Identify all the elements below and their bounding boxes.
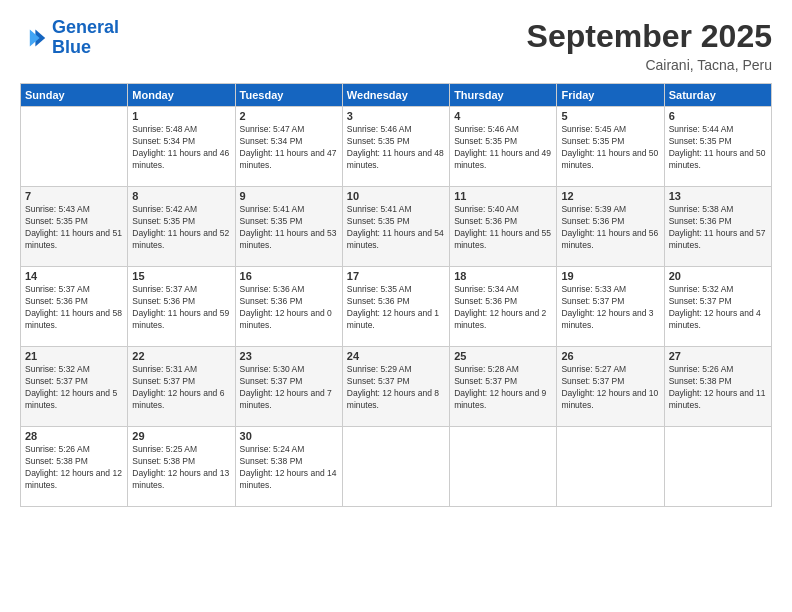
- sunset: Sunset: 5:36 PM: [347, 296, 445, 308]
- sunrise: Sunrise: 5:34 AM: [454, 284, 552, 296]
- daylight: Daylight: 12 hours and 11 minutes.: [669, 388, 767, 412]
- day-info: Sunrise: 5:25 AM Sunset: 5:38 PM Dayligh…: [132, 444, 230, 492]
- day-info: Sunrise: 5:38 AM Sunset: 5:36 PM Dayligh…: [669, 204, 767, 252]
- daylight: Daylight: 11 hours and 46 minutes.: [132, 148, 230, 172]
- calendar-cell: 14 Sunrise: 5:37 AM Sunset: 5:36 PM Dayl…: [21, 267, 128, 347]
- calendar-week-1: 7 Sunrise: 5:43 AM Sunset: 5:35 PM Dayli…: [21, 187, 772, 267]
- sunrise: Sunrise: 5:42 AM: [132, 204, 230, 216]
- day-number: 27: [669, 350, 767, 362]
- logo-line2: Blue: [52, 37, 91, 57]
- day-number: 18: [454, 270, 552, 282]
- sunset: Sunset: 5:36 PM: [132, 296, 230, 308]
- day-number: 5: [561, 110, 659, 122]
- calendar-cell: [557, 427, 664, 507]
- sunset: Sunset: 5:36 PM: [25, 296, 123, 308]
- calendar-header: Sunday Monday Tuesday Wednesday Thursday…: [21, 84, 772, 107]
- daylight: Daylight: 12 hours and 5 minutes.: [25, 388, 123, 412]
- title-block: September 2025 Cairani, Tacna, Peru: [527, 18, 772, 73]
- daylight: Daylight: 12 hours and 13 minutes.: [132, 468, 230, 492]
- calendar-cell: 5 Sunrise: 5:45 AM Sunset: 5:35 PM Dayli…: [557, 107, 664, 187]
- day-number: 16: [240, 270, 338, 282]
- sunset: Sunset: 5:35 PM: [561, 136, 659, 148]
- sunrise: Sunrise: 5:27 AM: [561, 364, 659, 376]
- sunset: Sunset: 5:34 PM: [132, 136, 230, 148]
- day-number: 17: [347, 270, 445, 282]
- sunrise: Sunrise: 5:37 AM: [132, 284, 230, 296]
- day-info: Sunrise: 5:27 AM Sunset: 5:37 PM Dayligh…: [561, 364, 659, 412]
- daylight: Daylight: 11 hours and 55 minutes.: [454, 228, 552, 252]
- header-row: Sunday Monday Tuesday Wednesday Thursday…: [21, 84, 772, 107]
- sunset: Sunset: 5:38 PM: [669, 376, 767, 388]
- daylight: Daylight: 12 hours and 2 minutes.: [454, 308, 552, 332]
- daylight: Daylight: 11 hours and 53 minutes.: [240, 228, 338, 252]
- day-info: Sunrise: 5:32 AM Sunset: 5:37 PM Dayligh…: [25, 364, 123, 412]
- header-saturday: Saturday: [664, 84, 771, 107]
- day-number: 8: [132, 190, 230, 202]
- day-info: Sunrise: 5:28 AM Sunset: 5:37 PM Dayligh…: [454, 364, 552, 412]
- sunset: Sunset: 5:37 PM: [454, 376, 552, 388]
- day-number: 14: [25, 270, 123, 282]
- day-info: Sunrise: 5:34 AM Sunset: 5:36 PM Dayligh…: [454, 284, 552, 332]
- header-thursday: Thursday: [450, 84, 557, 107]
- day-number: 21: [25, 350, 123, 362]
- header-wednesday: Wednesday: [342, 84, 449, 107]
- daylight: Daylight: 11 hours and 49 minutes.: [454, 148, 552, 172]
- daylight: Daylight: 11 hours and 59 minutes.: [132, 308, 230, 332]
- day-info: Sunrise: 5:26 AM Sunset: 5:38 PM Dayligh…: [25, 444, 123, 492]
- sunrise: Sunrise: 5:28 AM: [454, 364, 552, 376]
- calendar-cell: 16 Sunrise: 5:36 AM Sunset: 5:36 PM Dayl…: [235, 267, 342, 347]
- day-info: Sunrise: 5:46 AM Sunset: 5:35 PM Dayligh…: [454, 124, 552, 172]
- daylight: Daylight: 12 hours and 6 minutes.: [132, 388, 230, 412]
- sunrise: Sunrise: 5:36 AM: [240, 284, 338, 296]
- day-info: Sunrise: 5:41 AM Sunset: 5:35 PM Dayligh…: [347, 204, 445, 252]
- sunset: Sunset: 5:36 PM: [454, 216, 552, 228]
- day-info: Sunrise: 5:29 AM Sunset: 5:37 PM Dayligh…: [347, 364, 445, 412]
- calendar-cell: 12 Sunrise: 5:39 AM Sunset: 5:36 PM Dayl…: [557, 187, 664, 267]
- calendar-cell: 21 Sunrise: 5:32 AM Sunset: 5:37 PM Dayl…: [21, 347, 128, 427]
- daylight: Daylight: 11 hours and 50 minutes.: [669, 148, 767, 172]
- day-info: Sunrise: 5:47 AM Sunset: 5:34 PM Dayligh…: [240, 124, 338, 172]
- sunrise: Sunrise: 5:29 AM: [347, 364, 445, 376]
- day-number: 26: [561, 350, 659, 362]
- calendar-cell: 25 Sunrise: 5:28 AM Sunset: 5:37 PM Dayl…: [450, 347, 557, 427]
- daylight: Daylight: 12 hours and 12 minutes.: [25, 468, 123, 492]
- calendar-cell: 7 Sunrise: 5:43 AM Sunset: 5:35 PM Dayli…: [21, 187, 128, 267]
- calendar-cell: 26 Sunrise: 5:27 AM Sunset: 5:37 PM Dayl…: [557, 347, 664, 427]
- header-sunday: Sunday: [21, 84, 128, 107]
- day-number: 22: [132, 350, 230, 362]
- day-number: 25: [454, 350, 552, 362]
- calendar-week-4: 28 Sunrise: 5:26 AM Sunset: 5:38 PM Dayl…: [21, 427, 772, 507]
- sunrise: Sunrise: 5:35 AM: [347, 284, 445, 296]
- month-title: September 2025: [527, 18, 772, 55]
- sunrise: Sunrise: 5:37 AM: [25, 284, 123, 296]
- day-info: Sunrise: 5:42 AM Sunset: 5:35 PM Dayligh…: [132, 204, 230, 252]
- daylight: Daylight: 11 hours and 57 minutes.: [669, 228, 767, 252]
- day-number: 4: [454, 110, 552, 122]
- sunset: Sunset: 5:37 PM: [561, 376, 659, 388]
- calendar-cell: 3 Sunrise: 5:46 AM Sunset: 5:35 PM Dayli…: [342, 107, 449, 187]
- day-number: 28: [25, 430, 123, 442]
- sunrise: Sunrise: 5:38 AM: [669, 204, 767, 216]
- calendar-cell: [664, 427, 771, 507]
- sunset: Sunset: 5:37 PM: [669, 296, 767, 308]
- sunrise: Sunrise: 5:39 AM: [561, 204, 659, 216]
- sunrise: Sunrise: 5:25 AM: [132, 444, 230, 456]
- calendar-table: Sunday Monday Tuesday Wednesday Thursday…: [20, 83, 772, 507]
- daylight: Daylight: 12 hours and 0 minutes.: [240, 308, 338, 332]
- daylight: Daylight: 12 hours and 14 minutes.: [240, 468, 338, 492]
- calendar-cell: 27 Sunrise: 5:26 AM Sunset: 5:38 PM Dayl…: [664, 347, 771, 427]
- daylight: Daylight: 12 hours and 7 minutes.: [240, 388, 338, 412]
- calendar-body: 1 Sunrise: 5:48 AM Sunset: 5:34 PM Dayli…: [21, 107, 772, 507]
- logo-line1: General: [52, 17, 119, 37]
- day-info: Sunrise: 5:37 AM Sunset: 5:36 PM Dayligh…: [132, 284, 230, 332]
- sunset: Sunset: 5:37 PM: [240, 376, 338, 388]
- sunrise: Sunrise: 5:44 AM: [669, 124, 767, 136]
- day-info: Sunrise: 5:43 AM Sunset: 5:35 PM Dayligh…: [25, 204, 123, 252]
- sunrise: Sunrise: 5:24 AM: [240, 444, 338, 456]
- day-info: Sunrise: 5:24 AM Sunset: 5:38 PM Dayligh…: [240, 444, 338, 492]
- day-info: Sunrise: 5:41 AM Sunset: 5:35 PM Dayligh…: [240, 204, 338, 252]
- sunrise: Sunrise: 5:32 AM: [669, 284, 767, 296]
- day-info: Sunrise: 5:32 AM Sunset: 5:37 PM Dayligh…: [669, 284, 767, 332]
- day-number: 7: [25, 190, 123, 202]
- sunrise: Sunrise: 5:46 AM: [347, 124, 445, 136]
